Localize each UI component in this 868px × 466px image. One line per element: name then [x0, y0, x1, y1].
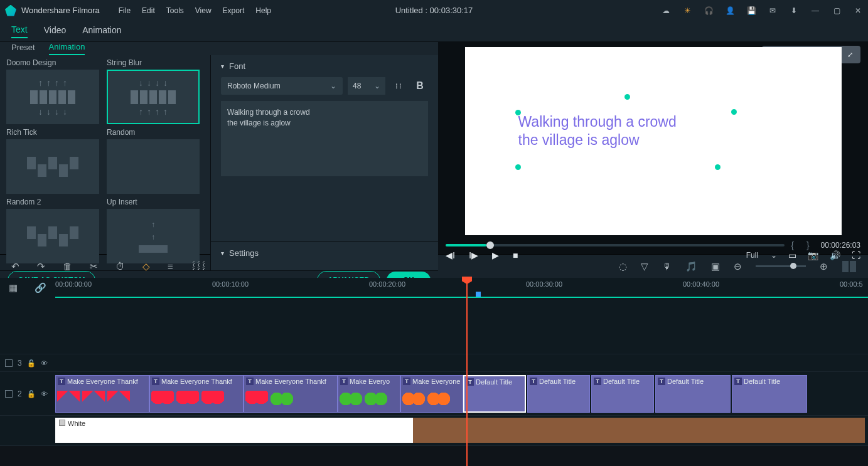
- clip-white-bg[interactable]: White: [55, 418, 413, 443]
- clip-title[interactable]: TDefault Title: [527, 375, 590, 413]
- play-button[interactable]: ▶: [492, 250, 499, 260]
- track-body[interactable]: White: [55, 416, 868, 445]
- visibility-icon[interactable]: [41, 359, 48, 368]
- fullscreen-icon[interactable]: ⛶: [852, 250, 860, 260]
- quality-select[interactable]: Full: [746, 251, 777, 260]
- zoom-in-icon[interactable]: ⊕: [820, 261, 828, 272]
- snapshot-icon[interactable]: 📷: [808, 250, 818, 260]
- tab-animation[interactable]: Animation: [82, 25, 121, 38]
- lock-icon[interactable]: [27, 359, 36, 368]
- cloud-icon[interactable]: [661, 6, 671, 16]
- tab-video[interactable]: Video: [44, 25, 67, 38]
- track-toggle[interactable]: [5, 359, 13, 367]
- scrub-knob[interactable]: [486, 241, 494, 249]
- undo-icon[interactable]: ↶: [11, 261, 19, 272]
- font-section-header[interactable]: Font: [221, 61, 428, 71]
- step-back-button[interactable]: ◀Ⅰ: [446, 250, 455, 260]
- text-overlay-box[interactable]: Walking through a crowd the village is a…: [518, 113, 732, 149]
- tab-text[interactable]: Text: [11, 24, 28, 38]
- in-point-marker[interactable]: [476, 292, 481, 297]
- clip-title[interactable]: TDefault Title: [591, 375, 654, 413]
- link-icon[interactable]: 🔗: [35, 282, 46, 294]
- speed-icon[interactable]: ⏱: [115, 261, 125, 272]
- menu-file[interactable]: File: [119, 6, 131, 15]
- preview-scrubber[interactable]: { } 00:00:26:03: [438, 240, 868, 250]
- window-maximize-icon[interactable]: [832, 6, 842, 16]
- sub-tabs: Preset Animation: [0, 42, 438, 55]
- font-size-select[interactable]: 48: [348, 77, 385, 95]
- line-spacing-icon[interactable]: ⫶⫶: [390, 78, 407, 94]
- font-family-select[interactable]: Roboto Medium: [221, 77, 343, 95]
- redo-icon[interactable]: ↷: [37, 261, 45, 272]
- menu-view[interactable]: View: [195, 6, 212, 15]
- track-view-toggle[interactable]: [842, 261, 857, 272]
- preview-canvas[interactable]: Walking through a crowd the village is a…: [465, 47, 842, 235]
- visibility-icon[interactable]: [41, 389, 48, 398]
- split-icon[interactable]: ✂: [90, 261, 98, 272]
- bold-button[interactable]: B: [412, 78, 428, 94]
- mixer-icon[interactable]: 🎵: [685, 261, 697, 272]
- step-fwd-button[interactable]: Ⅰ▶: [469, 250, 478, 260]
- menu-help[interactable]: Help: [255, 6, 271, 15]
- effects-store-icon[interactable]: [682, 6, 692, 16]
- clip-title[interactable]: TDefault Title: [655, 375, 731, 413]
- project-title: Untitled : 00:03:30:17: [395, 6, 473, 15]
- in-out-braces[interactable]: { }: [791, 240, 814, 250]
- preset-string-blur[interactable]: String Blur: [107, 58, 200, 124]
- window-close-icon[interactable]: [853, 6, 863, 16]
- timeline-ruler[interactable]: 00:00:00:00 00:00:10:00 00:00:20:00 00:0…: [55, 278, 868, 298]
- display-icon[interactable]: ▭: [788, 250, 796, 260]
- subtab-preset[interactable]: Preset: [11, 43, 35, 55]
- clip-media[interactable]: TMake Everyone Thankf: [55, 375, 149, 413]
- preset-label: Random 2: [6, 198, 99, 206]
- download-icon[interactable]: [789, 6, 799, 16]
- lock-icon[interactable]: [27, 389, 36, 398]
- crop-icon[interactable]: ▣: [711, 261, 720, 272]
- preset-up-insert[interactable]: Up Insert: [107, 198, 200, 263]
- menu-export[interactable]: Export: [223, 6, 245, 15]
- resize-handle[interactable]: [515, 164, 521, 170]
- marker-icon[interactable]: ▽: [641, 261, 648, 272]
- preset-doomo-design[interactable]: Doomo Design: [6, 58, 99, 124]
- zoom-slider[interactable]: [756, 265, 806, 267]
- clip-brown-bg[interactable]: [413, 418, 865, 443]
- clip-title[interactable]: TDefault Title: [732, 375, 807, 413]
- subtab-animation[interactable]: Animation: [49, 42, 85, 55]
- menu-edit[interactable]: Edit: [142, 6, 155, 15]
- resize-handle[interactable]: [731, 109, 737, 115]
- manage-tracks-icon[interactable]: ▦: [9, 282, 18, 294]
- settings-section-header[interactable]: Settings: [221, 248, 428, 258]
- resize-handle[interactable]: [624, 94, 630, 100]
- preset-rich-tick[interactable]: Rich Tick: [6, 128, 99, 194]
- account-icon[interactable]: [725, 6, 735, 16]
- text-content-field[interactable]: Walking through a crowd the village is a…: [221, 101, 428, 176]
- clip-media[interactable]: TMake Everyone Thankf: [244, 375, 338, 413]
- message-icon[interactable]: [768, 6, 778, 16]
- clip-media[interactable]: TMake Everyo: [338, 375, 400, 413]
- window-minimize-icon[interactable]: [810, 6, 820, 16]
- audio-wave-icon[interactable]: ⸾⸾⸾: [191, 261, 206, 272]
- stop-button[interactable]: ■: [513, 250, 518, 260]
- preset-random-2[interactable]: Random 2: [6, 198, 99, 263]
- delete-icon[interactable]: 🗑: [63, 261, 72, 272]
- record-vo-icon[interactable]: 🎙: [662, 261, 672, 272]
- track-body[interactable]: TMake Everyone Thankf TMake Everyone Tha…: [55, 372, 868, 415]
- resize-handle[interactable]: [515, 110, 521, 115]
- volume-icon[interactable]: 🔊: [830, 250, 840, 260]
- adjust-icon[interactable]: ≡: [168, 261, 173, 272]
- render-icon[interactable]: ◌: [619, 261, 627, 272]
- text-inspector: Font Roboto Medium 48 ⫶⫶ B Walking throu…: [210, 55, 438, 270]
- clip-media[interactable]: TMake Everyone: [400, 375, 463, 413]
- support-icon[interactable]: [704, 6, 714, 16]
- preset-random[interactable]: Random: [107, 128, 200, 194]
- menu-tools[interactable]: Tools: [166, 6, 184, 15]
- track-toggle[interactable]: [5, 390, 13, 398]
- zoom-out-icon[interactable]: ⊖: [734, 261, 742, 272]
- playhead[interactable]: [466, 278, 468, 466]
- clip-title[interactable]: TDefault Title: [463, 375, 526, 413]
- save-icon[interactable]: [746, 6, 756, 16]
- clip-media[interactable]: TMake Everyone Thankf: [149, 375, 244, 413]
- preset-label: Up Insert: [107, 198, 200, 206]
- resize-handle[interactable]: [715, 164, 721, 170]
- keyframe-icon[interactable]: ◇: [142, 261, 150, 272]
